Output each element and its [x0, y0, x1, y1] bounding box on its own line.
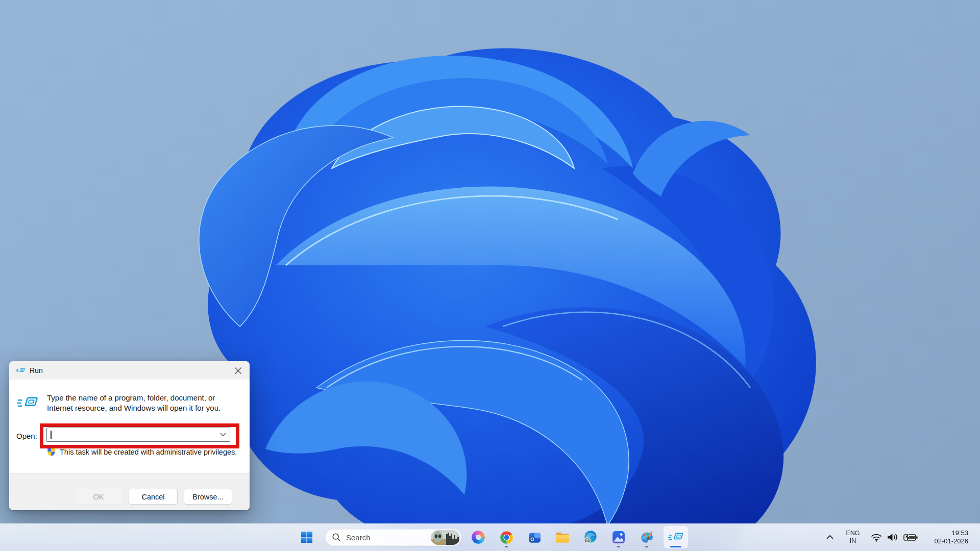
language-code: ENG: [846, 530, 860, 537]
close-icon: [234, 367, 242, 374]
uac-shield-icon: [47, 447, 56, 457]
search-icon: [332, 533, 341, 542]
taskbar-center: Search: [296, 523, 688, 551]
chevron-down-icon: [220, 433, 226, 437]
admin-privileges-note: This task will be created with administr…: [47, 447, 237, 457]
desktop: { "run_dialog": { "title": "Run", "descr…: [0, 0, 980, 551]
region-code: IN: [850, 537, 856, 545]
admin-note-text: This task will be created with administr…: [60, 448, 237, 456]
hidden-icons-button[interactable]: [823, 527, 837, 547]
run-icon-large: [17, 395, 38, 411]
start-button[interactable]: [296, 526, 318, 548]
outlook-icon: [528, 531, 542, 544]
windows-logo-icon: [301, 531, 313, 543]
edge-icon: [583, 530, 598, 544]
browse-button[interactable]: Browse...: [184, 489, 232, 505]
taskbar: Search: [0, 523, 980, 551]
text-caret: [51, 431, 52, 439]
copilot-icon: [472, 531, 485, 544]
open-label: Open:: [16, 432, 37, 440]
photos-icon: [612, 531, 625, 544]
running-indicator: [617, 546, 620, 548]
quick-settings-button[interactable]: [869, 527, 919, 547]
dialog-title: Run: [30, 366, 43, 374]
date: 02-01-2026: [935, 537, 969, 545]
system-tray: ENG IN 19:53 02-01-: [823, 523, 969, 551]
taskbar-file-explorer-button[interactable]: [551, 526, 574, 548]
clock[interactable]: 19:53 02-01-2026: [926, 527, 969, 547]
search-highlight-image: [431, 530, 460, 545]
taskbar-photos-button[interactable]: [607, 526, 630, 548]
run-dialog: Run Type the name of a program, folder, …: [9, 361, 250, 510]
search-box[interactable]: Search: [325, 529, 461, 546]
time: 19:53: [951, 529, 968, 537]
dialog-footer: OK Cancel Browse...: [9, 473, 250, 510]
ok-button[interactable]: OK: [74, 489, 123, 505]
file-explorer-icon: [555, 531, 570, 543]
run-dialog-titlebar[interactable]: Run: [9, 361, 250, 380]
taskbar-run-button[interactable]: [664, 526, 688, 548]
run-icon: [16, 367, 25, 374]
chrome-icon: [500, 531, 513, 544]
dialog-description: Type the name of a program, folder, docu…: [47, 393, 222, 413]
combobox-dropdown-button[interactable]: [216, 428, 230, 441]
taskbar-outlook-button[interactable]: [523, 526, 546, 548]
taskbar-edge-button[interactable]: [579, 526, 602, 548]
close-button[interactable]: [226, 361, 250, 380]
battery-charging-icon: [903, 532, 918, 543]
running-indicator: [505, 546, 508, 548]
language-indicator[interactable]: ENG IN: [844, 527, 862, 547]
open-combobox[interactable]: [46, 428, 230, 442]
cancel-button[interactable]: Cancel: [129, 489, 178, 505]
taskbar-paint-button[interactable]: [635, 526, 658, 548]
search-placeholder: Search: [346, 533, 431, 542]
taskbar-copilot-button[interactable]: [467, 526, 489, 548]
wifi-icon: [870, 532, 883, 543]
open-input[interactable]: [47, 428, 216, 441]
volume-icon: [886, 532, 899, 543]
run-icon: [668, 532, 683, 543]
taskbar-chrome-button[interactable]: [495, 526, 518, 548]
running-indicator: [645, 546, 648, 548]
paint-icon: [640, 531, 654, 544]
chevron-up-icon: [824, 532, 836, 543]
active-window-indicator: [670, 546, 681, 548]
